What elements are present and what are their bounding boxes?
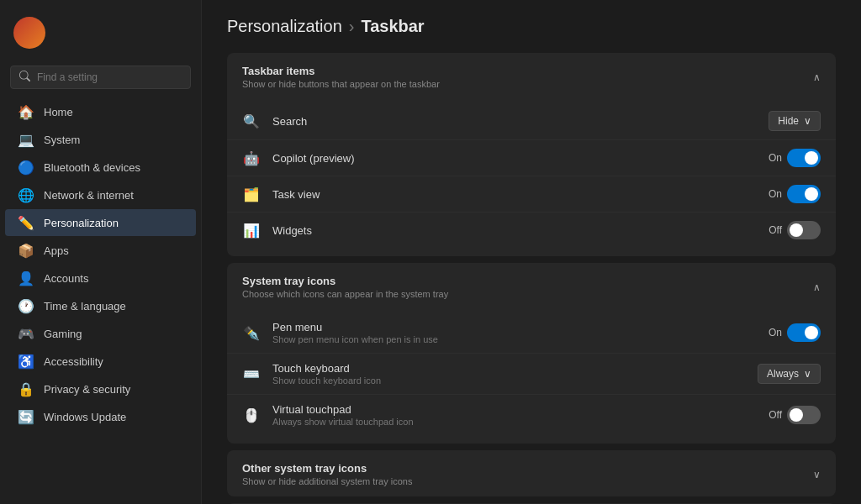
- toggle-knob-virtual-touchpad: [790, 408, 803, 422]
- section-chevron-system-tray: ∧: [813, 281, 821, 293]
- sidebar-item-personalization[interactable]: ✏️ Personalization: [5, 209, 196, 236]
- section-header-taskbar-items[interactable]: Taskbar items Show or hide buttons that …: [227, 53, 836, 99]
- nav-label-gaming: Gaming: [44, 328, 82, 340]
- sidebar-item-privacy[interactable]: 🔒 Privacy & security: [5, 375, 196, 402]
- section-other-tray: Other system tray icons Show or hide add…: [227, 450, 836, 496]
- setting-row-copilot: 🤖 Copilot (preview) On: [227, 140, 836, 176]
- toggle-label-taskview: On: [769, 188, 782, 200]
- section-title-block-taskbar-items: Taskbar items Show or hide buttons that …: [242, 65, 440, 89]
- control-pen-menu: On: [769, 323, 821, 342]
- setting-sublabel-touch-keyboard: Show touch keyboard icon: [272, 375, 746, 386]
- nav-icon-network: 🌐: [18, 187, 34, 202]
- nav-label-privacy: Privacy & security: [44, 383, 130, 396]
- toggle-taskview[interactable]: [787, 185, 821, 203]
- section-title-block-other-tray: Other system tray icons Show or hide add…: [242, 462, 412, 486]
- toggle-copilot[interactable]: [787, 149, 821, 167]
- nav-label-accessibility: Accessibility: [44, 355, 103, 368]
- section-header-system-tray[interactable]: System tray icons Choose which icons can…: [227, 263, 836, 309]
- toggle-pen-menu[interactable]: [787, 323, 821, 342]
- toggle-widgets[interactable]: [787, 221, 821, 239]
- section-subtitle-other-tray: Show or hide additional system tray icon…: [242, 476, 412, 486]
- nav-icon-apps: 📦: [18, 243, 34, 258]
- setting-sublabel-virtual-touchpad: Always show virtual touchpad icon: [272, 417, 757, 427]
- section-body-system-tray: ✒️ Pen menu Show pen menu icon when pen …: [227, 309, 836, 444]
- setting-text-touch-keyboard: Touch keyboard Show touch keyboard icon: [272, 362, 746, 386]
- section-header-other-tray[interactable]: Other system tray icons Show or hide add…: [227, 450, 836, 496]
- nav-label-accounts: Accounts: [44, 272, 88, 285]
- setting-label-virtual-touchpad: Virtual touchpad: [272, 403, 757, 416]
- dropdown-chevron-search: ∨: [804, 115, 811, 127]
- section-title-system-tray: System tray icons: [242, 275, 448, 287]
- setting-text-virtual-touchpad: Virtual touchpad Always show virtual tou…: [272, 403, 757, 427]
- nav-icon-update: 🔄: [18, 409, 34, 424]
- setting-text-taskview: Task view: [272, 188, 757, 201]
- main-content: Personalization › Taskbar Taskbar items …: [202, 0, 861, 504]
- control-search: Hide ∨: [769, 111, 821, 131]
- sidebar-item-accounts[interactable]: 👤 Accounts: [5, 265, 196, 291]
- nav-icon-accessibility: ♿: [18, 354, 34, 369]
- section-taskbar-items: Taskbar items Show or hide buttons that …: [227, 53, 836, 256]
- section-system-tray: System tray icons Choose which icons can…: [227, 263, 836, 444]
- control-widgets: Off: [769, 221, 821, 239]
- nav-label-network: Network & internet: [44, 189, 134, 202]
- setting-row-touch-keyboard: ⌨️ Touch keyboard Show touch keyboard ic…: [227, 354, 836, 395]
- sidebar-item-accessibility[interactable]: ♿ Accessibility: [5, 348, 196, 375]
- sidebar-item-gaming[interactable]: 🎮 Gaming: [5, 320, 196, 347]
- control-taskview: On: [769, 185, 821, 203]
- setting-label-taskview: Task view: [272, 188, 757, 201]
- control-virtual-touchpad: Off: [769, 406, 821, 424]
- sidebar-item-update[interactable]: 🔄 Windows Update: [5, 403, 196, 430]
- nav-label-personalization: Personalization: [44, 217, 119, 229]
- nav-label-system: System: [44, 134, 80, 146]
- section-title-block-system-tray: System tray icons Choose which icons can…: [242, 275, 448, 299]
- sidebar-item-time[interactable]: 🕐 Time & language: [5, 292, 196, 319]
- setting-icon-widgets: 📊: [242, 221, 261, 239]
- sections-container: Taskbar items Show or hide buttons that …: [227, 53, 836, 504]
- page-header: Personalization › Taskbar: [227, 17, 836, 36]
- dropdown-touch-keyboard[interactable]: Always ∨: [758, 364, 821, 384]
- setting-text-search: Search: [272, 115, 757, 128]
- sidebar-item-network[interactable]: 🌐 Network & internet: [5, 181, 196, 208]
- setting-text-widgets: Widgets: [272, 224, 757, 237]
- dropdown-value-touch-keyboard: Always: [767, 368, 799, 380]
- nav-icon-accounts: 👤: [18, 270, 34, 286]
- control-touch-keyboard: Always ∨: [758, 364, 821, 384]
- section-title-other-tray: Other system tray icons: [242, 462, 412, 475]
- setting-text-pen-menu: Pen menu Show pen menu icon when pen is …: [272, 321, 757, 344]
- nav-label-bluetooth: Bluetooth & devices: [44, 161, 140, 174]
- setting-row-virtual-touchpad: 🖱️ Virtual touchpad Always show virtual …: [227, 395, 836, 435]
- sidebar-item-home[interactable]: 🏠 Home: [5, 98, 196, 125]
- toggle-label-pen-menu: On: [769, 327, 782, 339]
- control-copilot: On: [769, 149, 821, 167]
- setting-label-pen-menu: Pen menu: [272, 321, 757, 333]
- dropdown-search[interactable]: Hide ∨: [769, 111, 821, 131]
- setting-icon-copilot: 🤖: [242, 149, 261, 167]
- toggle-knob-copilot: [805, 151, 818, 165]
- search-icon: [19, 71, 30, 84]
- sidebar: 🏠 Home 💻 System 🔵 Bluetooth & devices 🌐 …: [0, 0, 202, 504]
- setting-row-widgets: 📊 Widgets Off: [227, 213, 836, 248]
- search-box[interactable]: [10, 66, 191, 89]
- dropdown-chevron-touch-keyboard: ∨: [804, 368, 811, 380]
- nav-icon-gaming: 🎮: [18, 326, 34, 341]
- setting-label-widgets: Widgets: [272, 224, 757, 237]
- nav-label-time: Time & language: [44, 300, 126, 312]
- toggle-label-widgets: Off: [769, 224, 782, 236]
- nav-label-update: Windows Update: [44, 411, 126, 423]
- toggle-virtual-touchpad[interactable]: [787, 406, 821, 424]
- section-subtitle-system-tray: Choose which icons can appear in the sys…: [242, 289, 448, 299]
- page-title: Taskbar: [361, 17, 424, 36]
- section-chevron-other-tray: ∨: [813, 469, 821, 480]
- search-input[interactable]: [37, 71, 182, 83]
- setting-icon-touch-keyboard: ⌨️: [242, 365, 261, 383]
- sidebar-item-bluetooth[interactable]: 🔵 Bluetooth & devices: [5, 154, 196, 181]
- setting-icon-taskview: 🗂️: [242, 185, 261, 203]
- sidebar-item-apps[interactable]: 📦 Apps: [5, 237, 196, 264]
- sidebar-item-system[interactable]: 💻 System: [5, 126, 196, 153]
- breadcrumb-separator: ›: [349, 17, 355, 36]
- setting-label-copilot: Copilot (preview): [272, 152, 757, 165]
- breadcrumb: Personalization: [227, 17, 342, 36]
- setting-row-taskview: 🗂️ Task view On: [227, 176, 836, 213]
- nav-icon-privacy: 🔒: [18, 381, 34, 396]
- dropdown-value-search: Hide: [778, 115, 799, 127]
